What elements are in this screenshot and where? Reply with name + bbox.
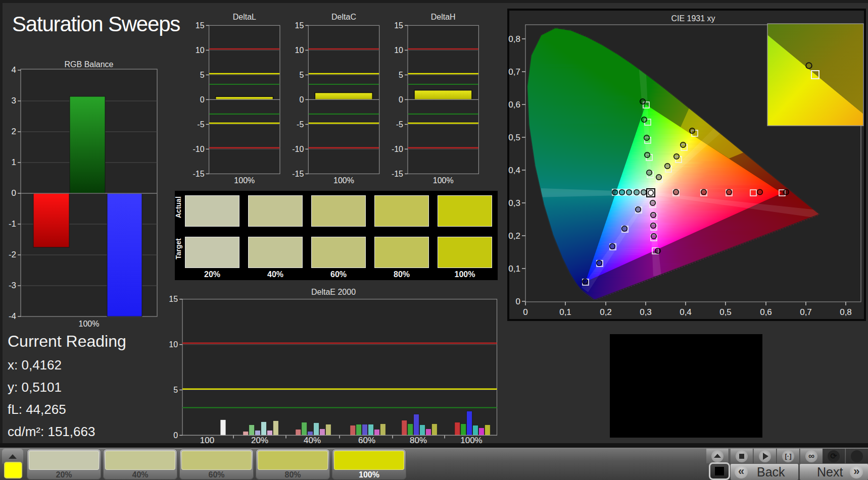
- svg-text:0: 0: [299, 95, 304, 104]
- svg-text:10: 10: [169, 340, 178, 349]
- svg-text:0: 0: [173, 431, 178, 440]
- svg-text:5: 5: [200, 71, 205, 79]
- svg-text:0: 0: [200, 95, 205, 104]
- svg-text:2: 2: [12, 127, 16, 136]
- svg-text:DeltaH: DeltaH: [431, 13, 456, 21]
- svg-text:10: 10: [394, 46, 403, 55]
- svg-text:DeltaL: DeltaL: [233, 13, 256, 21]
- svg-text:-10: -10: [392, 145, 403, 153]
- svg-text:0: 0: [399, 95, 403, 104]
- svg-text:0,6: 0,6: [760, 307, 772, 317]
- svg-text:-5: -5: [396, 120, 403, 129]
- svg-text:0,7: 0,7: [508, 67, 520, 77]
- svg-text:0,1: 0,1: [559, 307, 571, 317]
- svg-text:100%: 100%: [79, 319, 100, 328]
- svg-text:-5: -5: [297, 120, 304, 129]
- svg-text:5: 5: [173, 386, 178, 394]
- svg-text:15: 15: [394, 21, 403, 30]
- svg-text:100%: 100%: [333, 176, 354, 185]
- svg-text:5: 5: [299, 71, 304, 79]
- svg-text:0: 0: [516, 297, 520, 306]
- svg-text:-3: -3: [9, 281, 16, 290]
- svg-text:0,8: 0,8: [840, 307, 852, 317]
- svg-text:0,4: 0,4: [680, 307, 692, 317]
- svg-text:-15: -15: [392, 170, 403, 178]
- svg-text:-15: -15: [292, 170, 304, 178]
- svg-text:4: 4: [12, 65, 16, 75]
- svg-text:5: 5: [399, 71, 403, 79]
- svg-text:RGB Balance: RGB Balance: [65, 60, 114, 69]
- svg-text:0,3: 0,3: [640, 307, 652, 317]
- svg-text:DeltaE 2000: DeltaE 2000: [311, 288, 356, 296]
- svg-text:-2: -2: [9, 250, 16, 259]
- svg-text:0,8: 0,8: [508, 34, 520, 44]
- svg-text:0: 0: [523, 307, 527, 317]
- svg-text:3: 3: [12, 96, 16, 105]
- svg-text:0,1: 0,1: [508, 264, 520, 274]
- svg-text:0,2: 0,2: [508, 231, 520, 241]
- svg-text:CIE 1931 xy: CIE 1931 xy: [671, 14, 715, 23]
- svg-text:10: 10: [196, 46, 205, 55]
- svg-text:0,5: 0,5: [719, 307, 732, 317]
- svg-text:0,6: 0,6: [508, 100, 520, 110]
- svg-text:0,3: 0,3: [508, 198, 520, 208]
- svg-text:0,4: 0,4: [508, 166, 520, 175]
- svg-text:0,2: 0,2: [600, 307, 612, 317]
- svg-text:15: 15: [196, 21, 205, 30]
- svg-text:15: 15: [295, 21, 304, 30]
- svg-text:-10: -10: [192, 145, 204, 153]
- svg-text:10: 10: [295, 46, 304, 55]
- svg-text:-10: -10: [292, 145, 304, 153]
- svg-text:-4: -4: [9, 311, 16, 321]
- svg-text:15: 15: [169, 295, 178, 303]
- svg-text:100%: 100%: [433, 176, 454, 185]
- svg-text:-5: -5: [197, 120, 204, 129]
- svg-text:DeltaC: DeltaC: [331, 13, 356, 21]
- svg-text:-1: -1: [9, 219, 16, 229]
- svg-text:0: 0: [12, 188, 16, 198]
- svg-text:-15: -15: [192, 170, 204, 178]
- svg-text:1: 1: [12, 157, 16, 167]
- svg-text:0,5: 0,5: [508, 133, 520, 142]
- svg-text:100%: 100%: [234, 176, 255, 185]
- svg-text:0,7: 0,7: [800, 307, 812, 317]
